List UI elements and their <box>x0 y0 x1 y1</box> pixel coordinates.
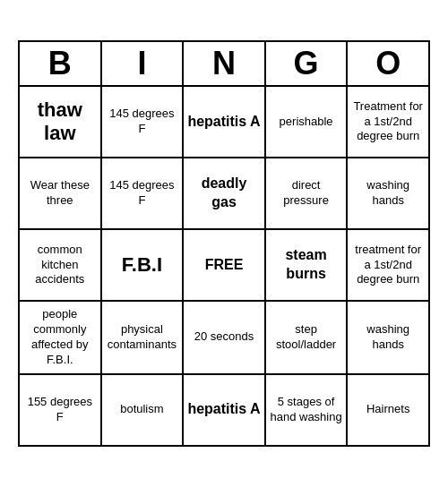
bingo-header: BINGO <box>18 40 430 87</box>
bingo-cell-8: direct pressure <box>266 158 349 230</box>
header-letter-o: O <box>348 42 430 87</box>
bingo-cell-9: washing hands <box>348 158 430 230</box>
bingo-cell-5: Wear these three <box>20 158 102 230</box>
bingo-card: BINGO thaw law145 degrees Fhepatitis Ape… <box>9 31 439 455</box>
bingo-cell-19: washing hands <box>348 302 430 375</box>
bingo-cell-11: F.B.I <box>102 230 185 302</box>
bingo-cell-1: 145 degrees F <box>102 87 185 158</box>
bingo-cell-17: 20 seconds <box>184 302 266 375</box>
bingo-cell-15: people commonly affected by F.B.I. <box>20 302 102 375</box>
bingo-cell-0: thaw law <box>20 87 102 158</box>
bingo-cell-4: Treatment for a 1st/2nd degree burn <box>348 87 430 158</box>
bingo-cell-6: 145 degrees F <box>102 158 185 230</box>
bingo-grid: thaw law145 degrees Fhepatitis Aperishab… <box>18 87 430 447</box>
bingo-cell-24: Hairnets <box>348 375 430 447</box>
bingo-cell-2: hepatitis A <box>184 87 266 158</box>
header-letter-n: N <box>184 42 266 87</box>
bingo-cell-14: treatment for a 1st/2nd degree burn <box>348 230 430 302</box>
header-letter-b: B <box>20 42 102 87</box>
header-letter-g: G <box>266 42 349 87</box>
bingo-cell-10: common kitchen accidents <box>20 230 102 302</box>
bingo-cell-20: 155 degrees F <box>20 375 102 447</box>
bingo-cell-7: deadly gas <box>184 158 266 230</box>
header-letter-i: I <box>102 42 185 87</box>
bingo-cell-3: perishable <box>266 87 349 158</box>
bingo-cell-18: step stool/ladder <box>266 302 349 375</box>
bingo-cell-13: steam burns <box>266 230 349 302</box>
bingo-cell-23: 5 stages of hand washing <box>266 375 349 447</box>
bingo-cell-21: botulism <box>102 375 185 447</box>
bingo-cell-16: physical contaminants <box>102 302 185 375</box>
bingo-cell-22: hepatitis A <box>184 375 266 447</box>
bingo-cell-12: FREE <box>184 230 266 302</box>
